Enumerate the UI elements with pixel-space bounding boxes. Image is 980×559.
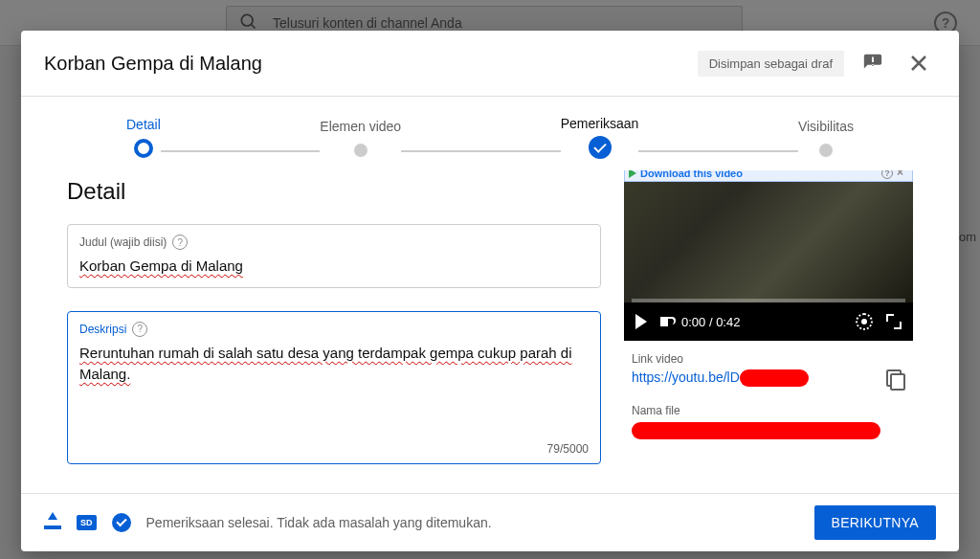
upload-icon xyxy=(44,516,61,529)
video-controls: 0:00 / 0:42 xyxy=(624,302,913,341)
gear-icon[interactable] xyxy=(856,313,873,330)
fullscreen-icon[interactable] xyxy=(886,314,902,329)
modal-header: Korban Gempa di Malang Disimpan sebagai … xyxy=(21,31,959,97)
video-link[interactable]: https://youtu.be/lD xyxy=(632,369,809,387)
check-icon xyxy=(112,513,131,532)
help-icon[interactable]: ? xyxy=(172,235,188,250)
modal-footer: SD Pemeriksaan selesai. Tidak ada masala… xyxy=(21,493,959,551)
play-icon xyxy=(629,170,636,178)
video-progress[interactable] xyxy=(632,299,905,302)
save-status-badge: Disimpan sebagai draf xyxy=(698,51,844,77)
step-elemen[interactable]: Elemen video xyxy=(320,119,401,157)
redacted xyxy=(740,369,809,387)
description-input[interactable]: Reruntuhan rumah di salah satu desa yang… xyxy=(79,343,589,386)
step-dot-icon xyxy=(134,139,153,158)
volume-icon[interactable] xyxy=(660,317,668,326)
description-field[interactable]: Deskripsi ? Reruntuhan rumah di salah sa… xyxy=(67,311,601,464)
char-counter: 79/5000 xyxy=(547,442,589,456)
video-meta: Link video https://youtu.be/lD Nama file xyxy=(624,341,913,447)
step-detail[interactable]: Detail xyxy=(126,117,161,158)
feedback-icon[interactable] xyxy=(856,46,890,80)
step-dot-icon xyxy=(354,144,368,157)
title-field[interactable]: Judul (wajib diisi) ? Korban Gempa di Ma… xyxy=(67,224,601,288)
stepper: Detail Elemen video Pemeriksaan Visibili… xyxy=(21,97,959,170)
link-label: Link video xyxy=(632,352,905,366)
step-dot-check-icon xyxy=(589,136,612,159)
modal-body[interactable]: Detail Judul (wajib diisi) ? Korban Gemp… xyxy=(21,170,959,493)
step-pemeriksaan[interactable]: Pemeriksaan xyxy=(561,116,639,159)
modal-title: Korban Gempa di Malang xyxy=(44,53,262,75)
footer-status: Pemeriksaan selesai. Tidak ada masalah y… xyxy=(146,515,492,530)
help-icon[interactable]: ? xyxy=(881,170,893,179)
copy-icon[interactable] xyxy=(886,369,905,389)
close-icon[interactable]: × xyxy=(897,170,908,179)
sd-badge: SD xyxy=(77,515,97,530)
step-dot-icon xyxy=(819,144,833,157)
section-title: Detail xyxy=(67,178,601,205)
video-time: 0:00 / 0:42 xyxy=(681,315,740,329)
close-icon[interactable] xyxy=(902,46,936,80)
video-thumbnail xyxy=(624,178,913,302)
title-input[interactable]: Korban Gempa di Malang xyxy=(79,256,589,278)
play-icon[interactable] xyxy=(635,314,647,329)
file-label: Nama file xyxy=(632,404,905,417)
download-badge[interactable]: Download this video ? × xyxy=(624,170,913,182)
title-label: Judul (wajib diisi) xyxy=(79,235,167,249)
help-icon[interactable]: ? xyxy=(132,322,147,337)
desc-label: Deskripsi xyxy=(79,323,126,336)
step-visibilitas[interactable]: Visibilitas xyxy=(798,119,854,157)
next-button[interactable]: BERIKUTNYA xyxy=(814,505,936,540)
video-preview[interactable]: Download this video ? × 0:00 / 0:42 xyxy=(624,178,913,341)
redacted xyxy=(632,422,880,439)
upload-modal: Korban Gempa di Malang Disimpan sebagai … xyxy=(21,31,959,551)
